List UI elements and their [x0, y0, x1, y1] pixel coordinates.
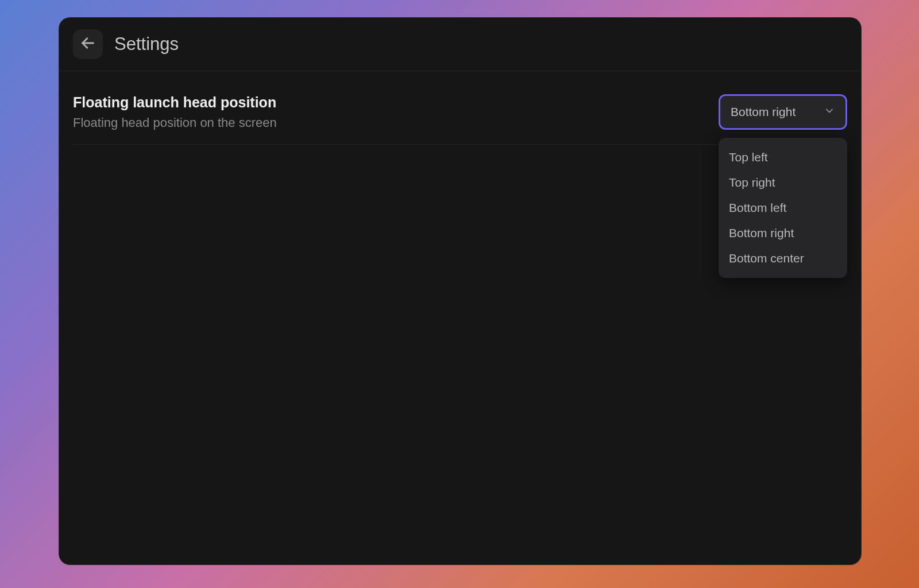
dropdown-selected-value: Bottom right — [731, 105, 796, 119]
settings-window: Settings Floating launch head position F… — [59, 17, 862, 565]
content-area: Floating launch head position Floating h… — [59, 71, 861, 155]
window-header: Settings — [59, 18, 861, 71]
dropdown-option-bottom-center[interactable]: Bottom center — [719, 246, 847, 271]
dropdown-menu: Top left Top right Bottom left Bottom ri… — [719, 138, 847, 278]
dropdown-wrapper: Bottom right Top left Top right Bottom l… — [719, 94, 847, 130]
setting-row-position: Floating launch head position Floating h… — [73, 82, 847, 145]
arrow-left-icon — [80, 35, 96, 53]
position-dropdown[interactable]: Bottom right — [719, 94, 847, 130]
page-title: Settings — [114, 34, 179, 55]
setting-title: Floating launch head position — [73, 94, 719, 111]
setting-info: Floating launch head position Floating h… — [73, 94, 719, 130]
dropdown-option-bottom-right[interactable]: Bottom right — [719, 220, 847, 246]
dropdown-option-bottom-left[interactable]: Bottom left — [719, 195, 847, 220]
dropdown-option-top-right[interactable]: Top right — [719, 170, 847, 195]
setting-description: Floating head position on the screen — [73, 115, 719, 130]
back-button[interactable] — [73, 29, 103, 59]
dropdown-option-top-left[interactable]: Top left — [719, 145, 847, 170]
chevron-down-icon — [824, 105, 835, 119]
